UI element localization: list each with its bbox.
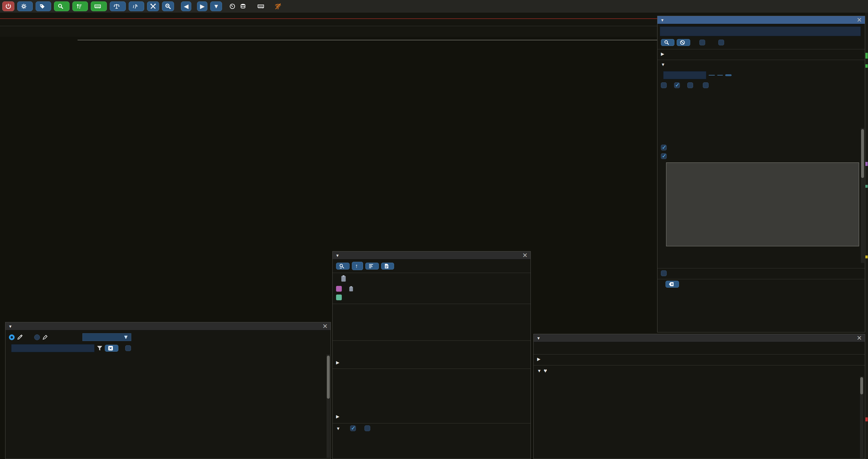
main-vertical-scrollbar[interactable] — [865, 13, 868, 459]
find-zone-titlebar[interactable]: ▼✕ — [657, 16, 865, 24]
memory-panel: ▼✕ ▶ ▼ ♥ — [533, 334, 865, 459]
clipboard-icon[interactable] — [349, 286, 353, 292]
statistics-filter-row — [9, 344, 327, 352]
collapse-icon[interactable]: ▼ — [536, 336, 540, 340]
find-zone-actions — [661, 39, 861, 46]
timing-dropdown[interactable]: ▼ — [83, 333, 131, 341]
close-icon[interactable]: ✕ — [857, 17, 862, 23]
compare-button[interactable] — [110, 1, 126, 11]
log-values-checkbox[interactable] — [661, 83, 666, 88]
histogram-expander[interactable]: ▼ — [661, 62, 861, 67]
legend-row-1 — [661, 145, 861, 151]
info-button[interactable] — [129, 1, 144, 11]
main-toolbar: ◀ ▶ ▼ — [0, 0, 868, 13]
group-checkbox[interactable] — [661, 153, 666, 159]
median-color-swatch — [690, 145, 695, 151]
found-clear-button[interactable] — [665, 281, 679, 288]
histogram-options — [661, 83, 861, 88]
collapse-icon[interactable]: ▼ — [336, 253, 340, 258]
stats-limit-range-checkbox[interactable] — [125, 345, 131, 351]
statistics-controls: ▼ — [9, 333, 327, 341]
matched-locations-expander[interactable]: ▶ — [661, 52, 861, 57]
clear-icon — [669, 282, 674, 287]
options-button[interactable] — [17, 1, 33, 11]
find-zone-search-input[interactable] — [660, 26, 861, 36]
close-icon[interactable]: ✕ — [523, 253, 528, 258]
zone-info-panel: ▼✕ ↑ ▶ — [332, 251, 531, 459]
tools-icon — [150, 3, 156, 9]
stats-clear-button[interactable] — [105, 345, 118, 352]
collapse-icon[interactable]: ▼ — [660, 18, 664, 22]
min-bin-input[interactable] — [663, 71, 706, 79]
zone-function-row — [336, 275, 527, 282]
fz-limit-range-checkbox[interactable] — [718, 40, 724, 45]
reset-button[interactable] — [725, 74, 732, 76]
memory-button[interactable] — [91, 1, 107, 11]
heart-icon: ♥ — [544, 367, 547, 374]
group-median-color-swatch — [686, 153, 691, 159]
tools-button[interactable] — [147, 1, 159, 11]
time-relative-checkbox[interactable] — [350, 425, 356, 431]
statistics-titlebar[interactable]: ▼✕ — [5, 322, 331, 330]
statistics-button[interactable] — [72, 1, 88, 11]
show-zone-time-checkbox[interactable] — [661, 270, 666, 276]
fz-clear-button[interactable] — [677, 39, 690, 46]
mean-median-checkbox[interactable] — [661, 145, 666, 151]
collapse-icon[interactable]: ▼ — [8, 324, 12, 329]
active-allocations-expander[interactable]: ▼ ♥ — [537, 367, 861, 374]
allocations-expander[interactable]: ▶ — [537, 357, 861, 362]
zoom-to-zone-icon — [339, 264, 344, 269]
funnel-icon — [97, 346, 102, 351]
filter-input[interactable] — [11, 344, 94, 352]
prev-frame-button[interactable]: ◀ — [181, 1, 191, 11]
dial-icon — [229, 3, 235, 9]
exclude-children-checkbox[interactable] — [365, 425, 370, 431]
self-time-checkbox[interactable] — [703, 83, 709, 88]
zoom-to-zone-button[interactable] — [336, 263, 349, 269]
stats-lines-icon — [369, 264, 374, 269]
find-zone-button[interactable] — [54, 1, 69, 11]
memory-titlebar[interactable]: ▼✕ — [534, 334, 865, 342]
wait-regions-expander[interactable]: ▶ — [336, 360, 527, 365]
bin-minus-button[interactable] — [709, 75, 715, 75]
messages-button[interactable] — [36, 1, 51, 11]
power-icon — [5, 3, 11, 9]
cumulate-checkbox[interactable] — [687, 83, 693, 88]
gear-icon — [21, 3, 27, 9]
go-to-parent-button[interactable]: ↑ — [352, 262, 363, 270]
thread-color-swatch — [336, 295, 342, 300]
min-bin-row — [661, 71, 861, 79]
zone-location-row — [336, 286, 527, 292]
find-zone-panel: ▼✕ ▶ ▼ — [657, 16, 865, 332]
close-icon[interactable]: ✕ — [857, 335, 862, 341]
group-mean-color-swatch — [669, 153, 675, 159]
clipboard-icon[interactable] — [341, 275, 346, 282]
find-zone-histogram[interactable] — [666, 162, 859, 246]
stats-scrollbar[interactable] — [327, 355, 330, 458]
close-icon[interactable]: ✕ — [322, 324, 328, 329]
allocations-list-expander[interactable]: ▶ — [336, 414, 527, 419]
magnifier-icon — [165, 3, 171, 9]
instrumentation-radio[interactable] — [9, 334, 14, 340]
ignore-case-checkbox[interactable] — [700, 40, 705, 45]
sampling-radio[interactable] — [34, 334, 40, 340]
memory-scrollbar[interactable] — [860, 376, 863, 458]
log-time-checkbox[interactable] — [674, 83, 680, 88]
capture-clock — [240, 3, 248, 9]
zone-statistics-button[interactable] — [365, 263, 379, 269]
bin-plus-button[interactable] — [717, 75, 723, 75]
messages-header[interactable]: ▼ — [336, 425, 527, 431]
legend-row-2 — [661, 153, 861, 159]
frame-dropdown-button[interactable]: ▼ — [210, 1, 222, 11]
memory-icon — [94, 3, 101, 9]
power-button[interactable] — [2, 1, 14, 11]
zone-thread-row — [336, 295, 527, 300]
zoom-button[interactable] — [162, 1, 174, 11]
clear-icon — [108, 346, 113, 351]
up-arrow-icon: ↑ — [355, 263, 358, 269]
source-button[interactable] — [381, 263, 394, 269]
zone-info-titlebar[interactable]: ▼✕ — [333, 252, 530, 260]
next-frame-button[interactable]: ▶ — [197, 1, 207, 11]
find-button[interactable] — [661, 39, 674, 46]
search-icon — [664, 40, 669, 45]
